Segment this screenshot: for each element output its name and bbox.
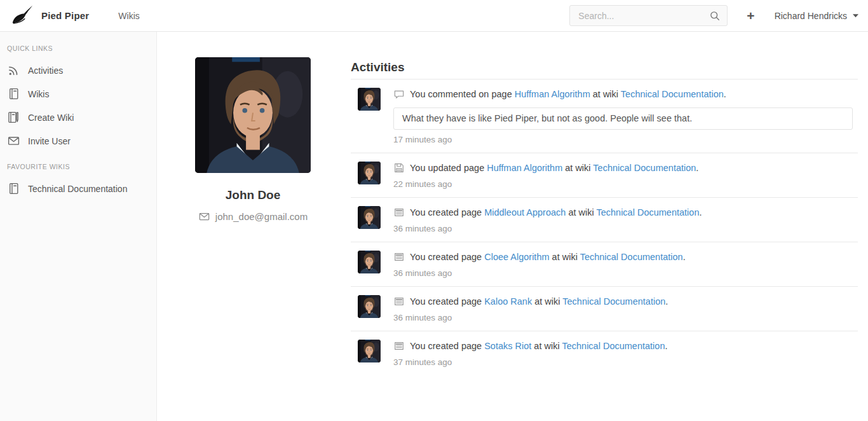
sidebar-item-create-wiki[interactable]: Create Wiki <box>0 106 156 129</box>
sidebar-item-invite-user[interactable]: Invite User <box>0 129 156 153</box>
activity-suffix: . <box>696 163 698 173</box>
activity-connector: at wiki <box>590 89 621 99</box>
email-icon <box>198 210 210 223</box>
activity-suffix: . <box>724 89 726 99</box>
page-link[interactable]: Huffman Algorithm <box>515 89 590 99</box>
search-input[interactable] <box>578 11 709 21</box>
activity-row: You created page Cloee Algorithm at wiki… <box>351 242 858 286</box>
activity-row: You commented on page Huffman Algorithm … <box>351 79 858 153</box>
sidebar-item-label: Create Wiki <box>28 113 74 123</box>
sidebar-item-technical-documentation[interactable]: Technical Documentation <box>0 177 156 200</box>
activity-connector: at wiki <box>532 296 562 307</box>
activity-suffix: . <box>699 207 702 217</box>
search-box <box>569 5 728 26</box>
avatar <box>358 251 381 273</box>
profile-email: john_doe@gmail.com <box>215 211 308 222</box>
page-link[interactable]: Kaloo Rank <box>484 296 532 307</box>
activity-time: 22 minutes ago <box>393 179 858 189</box>
activity-action: You created page <box>410 341 484 351</box>
sidebar-heading-favourite-wikis: FAVOURITE WIKIS <box>0 158 156 177</box>
activity-connector: at wiki <box>562 163 593 173</box>
body-wrap: QUICK LINKS Activities Wikis Create Wiki… <box>0 32 868 421</box>
user-name: Richard Hendricks <box>775 11 847 21</box>
add-button[interactable]: + <box>747 9 754 22</box>
sidebar-item-label: Technical Documentation <box>28 184 127 194</box>
activity-content: You created page Sotaks Riot at wiki Tec… <box>393 340 858 367</box>
sidebar-item-wikis[interactable]: Wikis <box>0 82 156 106</box>
activity-time: 36 minutes ago <box>393 224 858 233</box>
activity-content: You created page Middleout Approach at w… <box>393 206 858 233</box>
main-content: John Doe john_doe@gmail.com Activities Y… <box>157 32 868 421</box>
sidebar-item-activities[interactable]: Activities <box>0 59 156 82</box>
activity-action: You commented on page <box>410 89 515 99</box>
chevron-down-icon <box>853 14 858 18</box>
wiki-link[interactable]: Technical Documentation <box>562 341 665 351</box>
nav-link-wikis[interactable]: Wikis <box>118 11 139 21</box>
activity-row: You created page Sotaks Riot at wiki Tec… <box>351 331 858 375</box>
sidebar: QUICK LINKS Activities Wikis Create Wiki… <box>0 32 157 421</box>
activities-icon <box>7 64 20 77</box>
wiki-link[interactable]: Technical Documentation <box>621 89 724 99</box>
wiki-icon <box>7 87 20 100</box>
wiki-link[interactable]: Technical Documentation <box>580 252 683 262</box>
avatar <box>358 340 381 362</box>
activities-panel: Activities You commented on page Huffman… <box>351 57 858 375</box>
avatar <box>358 162 381 184</box>
wiki-link[interactable]: Technical Documentation <box>562 296 665 307</box>
avatar <box>358 88 381 111</box>
activity-row: You created page Kaloo Rank at wiki Tech… <box>351 286 858 331</box>
activity-content: You created page Kaloo Rank at wiki Tech… <box>393 295 858 322</box>
wiki-icon <box>7 182 20 195</box>
wiki-app: Pied Piper Wikis + Richard Hendricks QUI… <box>0 0 868 421</box>
wiki-link[interactable]: Technical Documentation <box>593 163 696 173</box>
sidebar-item-label: Activities <box>28 66 63 76</box>
activity-text: You created page Cloee Algorithm at wiki… <box>393 251 858 263</box>
activity-content: You commented on page Huffman Algorithm … <box>393 88 858 144</box>
activity-text: You created page Sotaks Riot at wiki Tec… <box>393 340 858 352</box>
activity-connector: at wiki <box>531 341 562 351</box>
user-menu[interactable]: Richard Hendricks <box>775 11 858 21</box>
avatar <box>358 295 381 318</box>
page-link[interactable]: Cloee Algorithm <box>484 252 549 262</box>
activity-suffix: . <box>665 296 668 307</box>
top-navbar: Pied Piper Wikis + Richard Hendricks <box>0 0 868 32</box>
sidebar-item-label: Wikis <box>28 89 49 99</box>
activity-action: You created page <box>410 252 484 262</box>
activity-time: 37 minutes ago <box>393 357 858 367</box>
comment-icon <box>393 88 405 100</box>
activity-action: You updated page <box>410 163 487 173</box>
profile-name: John Doe <box>195 188 311 202</box>
profile-email-row: john_doe@gmail.com <box>195 210 311 223</box>
activity-list: You commented on page Huffman Algorithm … <box>351 79 858 375</box>
sidebar-item-label: Invite User <box>28 136 71 146</box>
page-icon <box>393 251 405 263</box>
save-icon <box>393 162 405 174</box>
page-icon <box>393 296 405 307</box>
activity-content: You created page Cloee Algorithm at wiki… <box>393 251 858 278</box>
page-link[interactable]: Middleout Approach <box>484 207 566 217</box>
activity-text: You updated page Huffman Algorithm at wi… <box>393 162 858 174</box>
avatar <box>358 206 381 229</box>
profile-photo <box>195 57 311 173</box>
page-link[interactable]: Huffman Algorithm <box>487 163 562 173</box>
search-icon[interactable] <box>709 10 721 22</box>
activity-time: 17 minutes ago <box>393 135 858 144</box>
page-link[interactable]: Sotaks Riot <box>484 341 531 351</box>
activity-connector: at wiki <box>566 207 596 217</box>
quill-logo-icon <box>10 5 34 27</box>
activity-time: 36 minutes ago <box>393 313 858 322</box>
activity-text: You created page Kaloo Rank at wiki Tech… <box>393 295 858 308</box>
activity-text: You created page Middleout Approach at w… <box>393 206 858 219</box>
invite-user-icon <box>7 134 20 148</box>
page-icon <box>393 340 405 352</box>
sidebar-heading-quick-links: QUICK LINKS <box>0 39 156 59</box>
activity-row: You updated page Huffman Algorithm at wi… <box>351 153 858 197</box>
activity-suffix: . <box>665 341 667 351</box>
activity-time: 36 minutes ago <box>393 268 858 278</box>
create-wiki-icon <box>7 111 20 124</box>
activities-title: Activities <box>351 60 858 74</box>
activity-row: You created page Middleout Approach at w… <box>351 197 858 242</box>
activity-content: You updated page Huffman Algorithm at wi… <box>393 162 858 189</box>
wiki-link[interactable]: Technical Documentation <box>596 207 699 217</box>
profile-panel: John Doe john_doe@gmail.com <box>195 57 311 223</box>
